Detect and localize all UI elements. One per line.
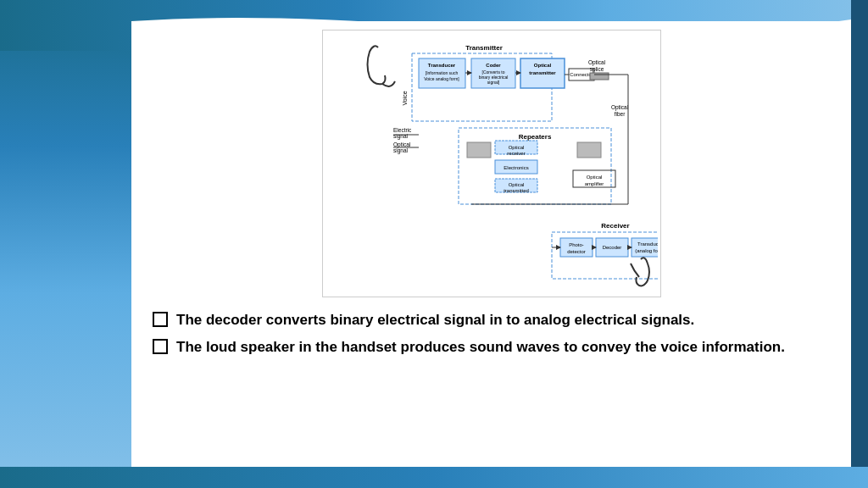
svg-text:Decoder: Decoder	[602, 245, 621, 250]
slide: Transmitter Voice Transducer [Informatio…	[0, 0, 868, 488]
svg-text:Electronics: Electronics	[504, 165, 528, 170]
left-decoration	[0, 0, 131, 488]
svg-text:(analog form): (analog form)	[635, 248, 658, 253]
svg-text:signal: signal	[393, 133, 409, 140]
svg-text:[Information such: [Information such	[425, 70, 458, 75]
svg-text:transmitter: transmitter	[529, 70, 556, 75]
svg-text:fiber: fiber	[614, 111, 625, 117]
svg-rect-36	[467, 142, 491, 158]
svg-text:Coder: Coder	[486, 63, 501, 68]
bottom-decoration	[0, 467, 868, 488]
fiber-optic-diagram: Transmitter Voice Transducer [Informatio…	[327, 35, 658, 289]
svg-text:Transducer: Transducer	[637, 241, 657, 247]
svg-text:Repeaters: Repeaters	[518, 133, 551, 141]
checkbox-icon-1	[153, 312, 168, 327]
svg-text:signal: signal	[393, 147, 409, 154]
bullet-item-2: The loud speaker in the handset produces…	[153, 337, 830, 358]
svg-text:detector: detector	[567, 249, 586, 254]
bullet-list: The decoder converts binary electrical s…	[153, 310, 830, 358]
svg-text:Optical: Optical	[586, 175, 602, 180]
right-decoration	[851, 0, 868, 488]
svg-rect-23	[590, 73, 609, 80]
svg-text:Voice analog form]: Voice analog form]	[424, 76, 459, 81]
svg-text:Optical: Optical	[508, 182, 524, 187]
svg-text:amplifier: amplifier	[584, 181, 604, 186]
svg-text:Transmitter: Transmitter	[465, 44, 503, 52]
svg-text:splice: splice	[589, 66, 604, 73]
svg-text:receiver: receiver	[507, 151, 525, 156]
checkbox-icon-2	[153, 339, 168, 354]
svg-text:transmitted: transmitted	[504, 188, 529, 193]
svg-text:Optical: Optical	[508, 145, 524, 150]
svg-text:Optical: Optical	[587, 59, 605, 66]
bullet-text-2: The loud speaker in the handset produces…	[176, 337, 830, 358]
bullet-item-1: The decoder converts binary electrical s…	[153, 310, 830, 330]
svg-text:Receiver: Receiver	[601, 222, 629, 230]
diagram-container: Transmitter Voice Transducer [Informatio…	[322, 30, 661, 297]
svg-text:signal]: signal]	[487, 80, 499, 85]
svg-text:Optical: Optical	[533, 63, 551, 68]
bullet-text-1: The decoder converts binary electrical s…	[176, 310, 830, 330]
svg-text:Electric: Electric	[393, 127, 412, 133]
svg-text:Photo-: Photo-	[569, 242, 584, 247]
svg-text:Transducer: Transducer	[427, 63, 455, 68]
svg-text:Voice: Voice	[402, 91, 408, 105]
svg-rect-37	[577, 142, 601, 158]
svg-text:Optical: Optical	[610, 104, 628, 111]
content-area: Transmitter Voice Transducer [Informatio…	[131, 21, 851, 467]
